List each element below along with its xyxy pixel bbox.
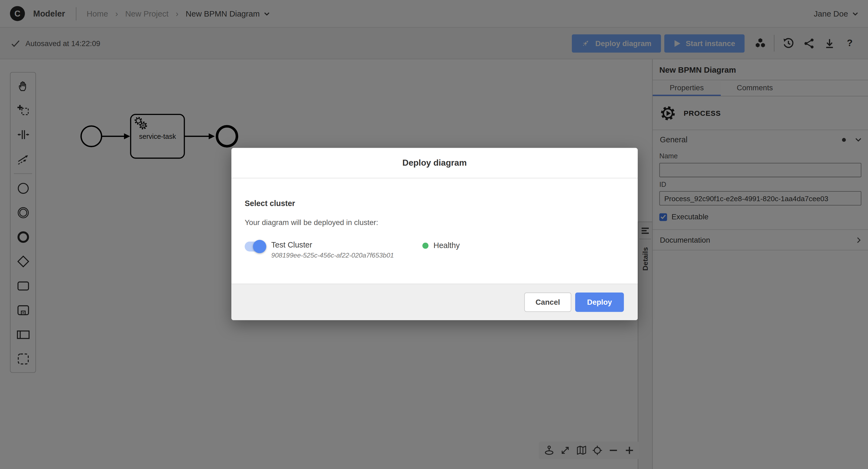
app-window: C Modeler Home › New Project › New BPMN … [0,0,868,469]
cancel-button[interactable]: Cancel [524,293,571,312]
healthy-status-dot-icon [422,242,428,248]
cluster-status: Healthy [422,241,460,250]
deploy-dialog-body: Select cluster Your diagram will be depl… [231,178,638,284]
cluster-info: Test Cluster 908199ee-525c-456c-af22-020… [271,240,394,259]
deploy-description: Your diagram will be deployed in cluster… [245,218,624,227]
healthy-status-label: Healthy [433,241,460,250]
cluster-row: Test Cluster 908199ee-525c-456c-af22-020… [245,240,624,259]
toggle-knob-icon [253,240,266,253]
select-cluster-heading: Select cluster [245,199,624,208]
deploy-dialog-footer: Cancel Deploy [231,284,638,320]
cluster-select: Test Cluster 908199ee-525c-456c-af22-020… [245,240,422,259]
cluster-id: 908199ee-525c-456c-af22-020a7f653b01 [271,252,394,259]
cluster-toggle[interactable] [245,241,265,252]
deploy-dialog: Deploy diagram Select cluster Your diagr… [231,148,638,320]
deploy-button[interactable]: Deploy [575,293,624,312]
deploy-dialog-title: Deploy diagram [231,148,638,178]
cluster-name: Test Cluster [271,240,394,250]
